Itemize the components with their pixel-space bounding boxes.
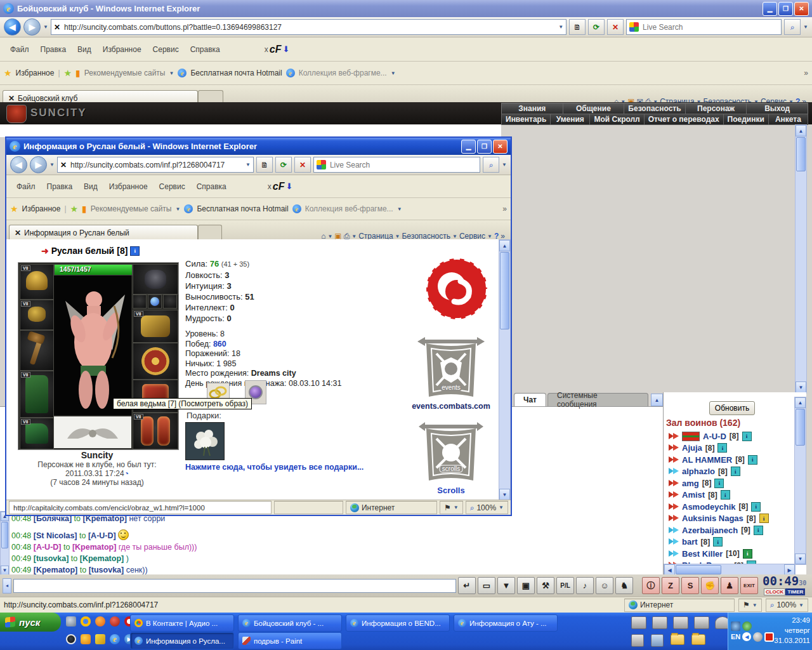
attack-arrow-icon[interactable]	[669, 456, 679, 463]
nav-communication[interactable]: Общение	[563, 103, 625, 114]
outer-search-input[interactable]	[641, 22, 778, 32]
device-icon[interactable]	[631, 616, 646, 629]
player-info-icon[interactable]: i	[713, 537, 723, 547]
inner-url-dropdown-icon[interactable]: ▼	[246, 162, 251, 168]
language-indicator[interactable]: EN	[731, 633, 740, 640]
task-info-ruslan[interactable]: e Информация о Русла...	[130, 632, 234, 649]
tab-system-messages[interactable]: Системные сообщения	[547, 393, 648, 406]
inner-minimize-button[interactable]: ▁	[461, 140, 476, 154]
player-info-icon[interactable]: i	[751, 502, 761, 512]
inner-refresh-button[interactable]: ⟳	[275, 157, 292, 173]
hotmail-link[interactable]: Бесплатная почта Hotmail	[197, 204, 288, 213]
menu-view[interactable]: Вид	[72, 44, 96, 55]
inner-search-options-icon[interactable]: ▼	[502, 162, 507, 168]
events-caption[interactable]: events.combats.com	[406, 402, 496, 411]
chat-scroll-down-icon[interactable]: ▼	[1, 566, 9, 575]
player-info-icon[interactable]: i	[721, 490, 730, 500]
private-log-icon[interactable]: P/L	[556, 577, 574, 594]
download-icon[interactable]	[66, 634, 76, 644]
clock-label[interactable]: CLOCK	[764, 588, 785, 595]
chat-scrollbar-thumb[interactable]	[1, 522, 8, 548]
player-info-icon[interactable]: i	[754, 526, 763, 535]
scroll-up-icon[interactable]: ▲	[796, 125, 806, 136]
log-icon[interactable]: ▣	[517, 577, 535, 594]
forward-button[interactable]: ▶	[23, 18, 41, 36]
opera-icon[interactable]	[110, 616, 120, 627]
search-files-icon[interactable]	[651, 634, 664, 647]
player-info-icon[interactable]: i	[717, 443, 727, 453]
eraser-icon[interactable]: ▭	[478, 577, 495, 594]
plugin-close-icon[interactable]: x	[268, 182, 272, 191]
bracers-slot[interactable]: VII	[133, 310, 178, 343]
timer-label[interactable]: TIMER	[785, 588, 805, 595]
folder-icon[interactable]	[671, 634, 684, 645]
inner-scroll-up-icon[interactable]: ▲	[499, 240, 510, 251]
events-banner[interactable]: events	[417, 336, 485, 401]
tab-chat[interactable]: Чат	[514, 393, 546, 406]
menu-edit[interactable]: Правка	[42, 181, 78, 192]
favorites-star-icon[interactable]: ★	[10, 204, 18, 214]
weapon-slot[interactable]	[20, 330, 54, 371]
start-button[interactable]: пуск	[0, 613, 61, 632]
coins-icon[interactable]: S	[681, 577, 699, 594]
inner-new-tab-button[interactable]	[198, 225, 222, 241]
inner-stop-button[interactable]: ✕	[294, 157, 311, 173]
inner-scrollbar-thumb[interactable]	[500, 252, 509, 329]
inner-search-box[interactable]	[313, 157, 480, 173]
webslice-link[interactable]: Коллекция веб-фрагме...	[299, 69, 387, 77]
winamp-icon[interactable]	[81, 634, 91, 644]
wins-value[interactable]: 860	[213, 340, 226, 348]
ie-icon[interactable]: e	[110, 634, 120, 644]
nav-security[interactable]: Безопасность	[624, 103, 686, 114]
duel-icon[interactable]: Z	[662, 577, 679, 594]
network-icon[interactable]	[731, 621, 740, 631]
person-icon[interactable]: ♟	[721, 577, 738, 594]
plugin-close-icon[interactable]: x	[265, 45, 268, 54]
menu-help[interactable]: Справка	[185, 44, 225, 55]
warriors-scrollbar[interactable]: ▲ ▼	[794, 397, 806, 565]
device-icon[interactable]	[673, 616, 688, 629]
nav-transfers[interactable]: Отчет о переводах	[645, 114, 724, 124]
attack-arrow-icon[interactable]	[669, 503, 679, 510]
search-icon[interactable]: ⌕	[784, 19, 801, 35]
shortcut-icon[interactable]	[66, 616, 76, 627]
chat-input[interactable]	[13, 579, 456, 593]
attack-arrow-icon[interactable]	[669, 538, 679, 545]
nav-duels[interactable]: Поединки	[724, 114, 769, 124]
inner-titlebar[interactable]: e Информация о Руслан белый - Windows In…	[6, 138, 511, 155]
url-dropdown-icon[interactable]: ▼	[558, 24, 563, 30]
chat-collapse-icon[interactable]: ▲	[651, 394, 663, 406]
send-icon[interactable]: ↵	[458, 577, 476, 594]
main-scrollbar-thumb[interactable]	[796, 137, 806, 171]
scroll-down-icon[interactable]: ▼	[796, 381, 806, 393]
boots-slot[interactable]: VII	[20, 418, 54, 449]
menu-file[interactable]: Файл	[5, 44, 34, 55]
history-dropdown-icon[interactable]: ▼	[43, 24, 48, 30]
warriors-scrollbar-thumb[interactable]	[796, 409, 805, 446]
warriors-scroll-up-icon[interactable]: ▲	[795, 397, 806, 408]
all-gifts-link[interactable]: Нажмите сюда, чтобы увидеть все подарки.…	[185, 463, 363, 472]
inner-maximize-button[interactable]: ❐	[477, 140, 492, 154]
maximize-button[interactable]: ❐	[778, 2, 793, 16]
outer-url-input[interactable]	[63, 22, 556, 32]
back-button[interactable]: ◀	[4, 18, 21, 36]
chat-input-left-handle[interactable]: ◂	[3, 578, 11, 594]
add-favorite-icon[interactable]: ★	[64, 68, 72, 78]
player-info-icon[interactable]: i	[743, 549, 752, 559]
agent-tray-icon[interactable]	[764, 632, 774, 642]
sound-icon[interactable]: ♪	[576, 577, 594, 594]
stop-button[interactable]: ✕	[607, 19, 624, 35]
player-info-icon[interactable]: i	[714, 479, 724, 488]
suggested-sites-link[interactable]: Рекомендуемые сайты	[84, 69, 166, 77]
minimize-button[interactable]: ▁	[763, 2, 777, 16]
task-info-bend[interactable]: e Информация о BEND...	[346, 614, 450, 632]
nav-skills[interactable]: Умения	[551, 114, 590, 124]
warriors-scroll-down-icon[interactable]: ▼	[795, 554, 806, 564]
inner-address-bar[interactable]: ✕ ▼	[57, 157, 254, 173]
favorites-star-icon[interactable]: ★	[4, 68, 12, 78]
player-info-icon[interactable]: i	[742, 432, 752, 441]
status-zoom[interactable]: ⌕ 100%▼	[766, 599, 808, 612]
webslice-link[interactable]: Коллекция веб-фрагме...	[305, 204, 393, 213]
shoulders-slot[interactable]: VII	[20, 300, 54, 330]
nav-inventory[interactable]: Инвентарь	[502, 114, 551, 124]
